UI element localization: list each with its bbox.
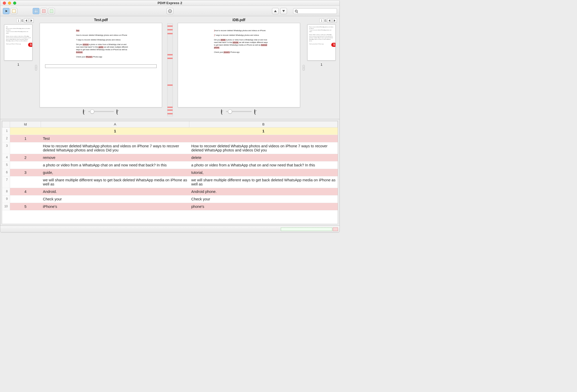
zoom-icon[interactable] [13, 2, 16, 5]
cell-a: a photo or video from a WhatsApp chat on… [41, 161, 189, 169]
diff-table: Id A B 11121Test3How to recover deleted … [2, 121, 338, 210]
doc-b-title: iDB.pdf [232, 18, 245, 23]
cell-a: Check your [41, 195, 189, 203]
doc-b-view[interactable]: How to recover deleted WhatsApp photos a… [178, 23, 300, 107]
doc-a-zoom-in-button[interactable]: + [116, 109, 119, 114]
doc-a-column: ⋮ Test.pdf TestHow to recover deleted Wh… [36, 16, 166, 119]
left-next-page-button[interactable] [29, 18, 34, 23]
slider-knob[interactable] [228, 109, 232, 114]
row-number: 1 [2, 127, 10, 135]
row-number: 4 [2, 154, 10, 161]
table-row[interactable]: 42removedelete [2, 154, 338, 161]
overview-diff-mark[interactable] [167, 107, 173, 108]
green-box-icon [50, 9, 53, 13]
select-tool-button[interactable]: ➤ [3, 8, 10, 14]
col-id[interactable]: Id [10, 121, 41, 127]
doc-a-zoom-slider[interactable] [88, 111, 114, 112]
table-row[interactable]: 3How to recover deleted WhatsApp photos … [2, 142, 338, 154]
overview-diff-mark[interactable] [167, 54, 173, 55]
table-row[interactable]: 105iPhone'sphone's [2, 203, 338, 210]
row-id: 4 [10, 188, 41, 195]
row-id: 2 [10, 154, 41, 161]
row-id [10, 161, 41, 169]
zoom-out-icon [221, 109, 222, 114]
doc-b-zoom-out-button[interactable]: − [221, 109, 223, 114]
row-id: 1 [10, 135, 41, 142]
right-splitter-handle[interactable]: ⋮ [303, 65, 305, 71]
row-id: 3 [10, 169, 41, 176]
prev-diff-button[interactable] [272, 8, 279, 14]
col-rownum[interactable] [2, 121, 10, 127]
table-row[interactable]: 111 [2, 127, 338, 135]
comparison-panes: 1 /1 TestHow to recover deleted WhatsApp… [0, 16, 340, 119]
overview-diff-mark[interactable] [167, 33, 173, 34]
left-thumb-label: 1 [3, 63, 34, 66]
close-icon[interactable] [3, 2, 6, 5]
doc-a-zoom: − + [83, 109, 119, 114]
cell-b [189, 135, 338, 142]
right-page-total: /1 [324, 19, 327, 22]
slider-knob[interactable] [90, 109, 94, 114]
search-input[interactable] [298, 9, 335, 13]
row-id [10, 127, 41, 135]
right-thumbnail-column: 1 /1 How to recover deleted WhatsApp pho… [303, 16, 340, 119]
cell-b: 1 [189, 127, 338, 135]
zoom-in-icon [116, 109, 117, 114]
table-row[interactable]: 84Android.Android phone. [2, 188, 338, 195]
overview-diff-mark[interactable] [167, 109, 173, 111]
settings-button[interactable] [167, 8, 173, 14]
search-field[interactable] [293, 8, 337, 14]
red-box-icon [42, 9, 46, 13]
cell-a: iPhone's [41, 203, 189, 210]
status-ok-swatch [281, 227, 332, 231]
doc-a-view[interactable]: TestHow to recover deleted WhatsApp phot… [40, 23, 162, 107]
overview-diff-mark[interactable] [167, 84, 173, 86]
table-row[interactable]: 63guide,tutorial, [2, 169, 338, 176]
row-number: 6 [2, 169, 10, 176]
table-row[interactable]: 9Check yourCheck your [2, 195, 338, 203]
highlight-tool-button[interactable] [11, 8, 17, 14]
left-prev-page-button[interactable] [24, 18, 29, 23]
chevron-right-icon [31, 19, 32, 22]
overview-diff-mark[interactable] [167, 25, 173, 27]
right-prev-page-button[interactable] [327, 18, 332, 23]
zoom-in-icon [254, 109, 255, 114]
row-id [10, 176, 41, 188]
right-pager: 1 /1 [306, 18, 337, 23]
arrow-down-icon [282, 10, 285, 12]
right-thumbnail[interactable]: How to recover deleted WhatsApp photos a… [307, 24, 336, 61]
view-same-button[interactable] [48, 8, 55, 14]
col-b[interactable]: B [189, 121, 338, 127]
cell-a: we will share multiple different ways to… [41, 176, 189, 188]
cell-a: Android. [41, 188, 189, 195]
doc-a-zoom-out-button[interactable]: − [83, 109, 85, 114]
gear-icon [168, 9, 172, 13]
cell-b: Android phone. [189, 188, 338, 195]
view-diff-button[interactable] [40, 8, 47, 14]
chevron-left-icon [26, 19, 27, 22]
overview-diff-mark[interactable] [167, 29, 173, 30]
table-row[interactable]: 5a photo or video from a WhatsApp chat o… [2, 161, 338, 169]
row-number: 5 [2, 161, 10, 169]
cell-a: guide, [41, 169, 189, 176]
doc-b-zoom-in-button[interactable]: + [254, 109, 257, 114]
col-a[interactable]: A [41, 121, 189, 127]
overview-diff-mark[interactable] [167, 58, 173, 59]
left-splitter-handle[interactable]: ⋮ [35, 65, 37, 71]
table-row[interactable]: 7we will share multiple different ways t… [2, 176, 338, 188]
next-diff-button[interactable] [280, 8, 287, 14]
cell-b: Check your [189, 195, 338, 203]
doc-b-zoom: − + [221, 109, 257, 114]
overview-track[interactable] [167, 23, 173, 116]
view-split-button[interactable] [33, 8, 39, 14]
table-row[interactable]: 21Test [2, 135, 338, 142]
box-yellow-icon [12, 9, 16, 13]
doc-b-zoom-slider[interactable] [226, 111, 252, 112]
left-thumbnail[interactable]: TestHow to recover deleted WhatsApp phot… [4, 24, 32, 61]
right-next-page-button[interactable] [332, 18, 337, 23]
overview-diff-mark[interactable] [167, 113, 173, 114]
left-page-total: /1 [21, 19, 23, 22]
row-number: 7 [2, 176, 10, 188]
minimize-icon[interactable] [8, 2, 11, 5]
status-bar [0, 226, 340, 232]
